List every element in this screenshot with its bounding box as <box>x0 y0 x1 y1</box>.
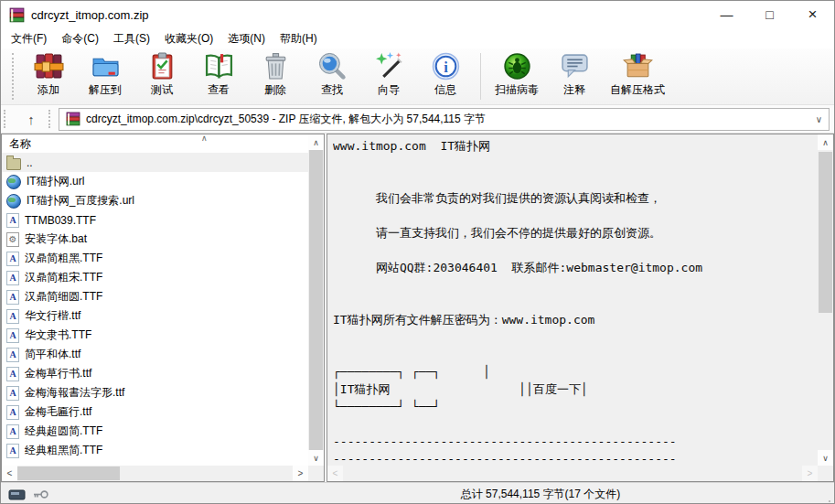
toolbar-button-delete[interactable]: 删除 <box>247 48 304 104</box>
resize-grip[interactable] <box>829 500 830 502</box>
toolbar-separator <box>480 53 481 100</box>
file-name: 安装字体.bat <box>25 231 87 247</box>
file-name: 汉鼎简粗宋.TTF <box>25 270 102 285</box>
column-header-label: 名称 <box>9 136 31 152</box>
file-name: .. <box>27 156 33 169</box>
font-icon: A <box>6 252 19 266</box>
file-name: 汉鼎简粗黑.TTF <box>25 251 102 266</box>
menu-options[interactable]: 选项(N) <box>222 28 274 49</box>
toolbar-label: 扫描病毒 <box>495 82 539 98</box>
font-icon: A <box>6 405 19 420</box>
list-item[interactable]: A华文隶书.TTF <box>2 326 308 345</box>
list-item[interactable]: IT猫扑网_百度搜索.url <box>2 191 308 210</box>
toolbar-label: 查找 <box>321 82 343 98</box>
list-item[interactable]: A汉鼎简细圆.TTF <box>2 287 308 306</box>
toolbar-label: 删除 <box>264 82 286 98</box>
toolbar-label: 注释 <box>563 82 585 98</box>
view-book-icon <box>204 51 234 81</box>
menu-favorites[interactable]: 收藏夹(O) <box>159 28 222 49</box>
toolbar-label: 查看 <box>208 82 230 98</box>
bat-icon: ⚙ <box>6 232 19 247</box>
file-name: 金梅草行书.ttf <box>25 366 91 381</box>
list-item[interactable]: A经典粗黑简.TTF <box>2 441 308 460</box>
menu-help[interactable]: 帮助(H) <box>274 28 327 49</box>
list-item[interactable]: ATTMB039.TTF <box>2 210 308 230</box>
scroll-left-icon[interactable]: < <box>2 466 17 481</box>
list-item[interactable]: A金梅毛匾行.ttf <box>2 402 308 422</box>
list-item[interactable]: A经典超圆简.TTF <box>2 422 308 441</box>
list-item[interactable]: IT猫扑网.url <box>2 172 308 191</box>
scroll-right-icon[interactable]: > <box>802 466 818 481</box>
info-icon: i <box>431 51 461 81</box>
minimize-button[interactable]: — <box>705 1 748 28</box>
key-icon[interactable] <box>32 488 49 500</box>
toolbar-label: 解压到 <box>89 82 122 98</box>
sfx-box-icon <box>623 51 653 81</box>
url-icon <box>6 175 21 189</box>
toolbar-button-wizard[interactable]: 向导 <box>360 48 417 104</box>
list-item[interactable]: A华文行楷.ttf <box>2 306 308 326</box>
font-icon: A <box>6 424 19 439</box>
archive-books-icon <box>66 112 80 126</box>
scroll-down-icon[interactable]: ∨ <box>308 450 324 466</box>
toolbar-button-sfx[interactable]: 自解压格式 <box>603 48 672 104</box>
scroll-up-icon[interactable]: ∧ <box>308 134 324 150</box>
list-item[interactable]: A简平和体.ttf <box>2 345 308 364</box>
scroll-down-icon[interactable]: ∨ <box>818 450 833 466</box>
toolbar-button-find[interactable]: 查找 <box>304 48 360 104</box>
comment-text: www.itmop.com IT猫扑网 我们会非常负责的对我们提供的资源认真阅读… <box>333 137 816 465</box>
list-item[interactable]: A金梅海報書法字形.ttf <box>2 383 308 402</box>
menu-file[interactable]: 文件(F) <box>5 28 56 49</box>
toolbar-button-test[interactable]: 测试 <box>134 48 190 104</box>
scrollbar-thumb[interactable] <box>309 150 323 450</box>
menu-commands[interactable]: 命令(C) <box>56 28 108 49</box>
column-header-name[interactable]: 名称 ∧ <box>2 134 324 153</box>
list-item[interactable]: .. <box>2 153 308 172</box>
font-icon: A <box>6 348 19 362</box>
toolbar-button-view[interactable]: 查看 <box>190 48 247 104</box>
comment-panel: www.itmop.com IT猫扑网 我们会非常负责的对我们提供的资源认真阅读… <box>327 134 834 482</box>
toolbar-button-comment[interactable]: 注释 <box>546 48 603 104</box>
close-button[interactable]: × <box>791 1 834 28</box>
scroll-left-icon[interactable]: < <box>327 466 343 481</box>
toolbar-button-info[interactable]: i 信息 <box>417 48 474 104</box>
file-name: 金梅毛匾行.ttf <box>25 404 91 420</box>
menu-bar: 文件(F) 命令(C) 工具(S) 收藏夹(O) 选项(N) 帮助(H) <box>1 28 834 48</box>
file-name: 汉鼎简细圆.TTF <box>25 289 102 305</box>
list-item[interactable]: A金梅草行书.ttf <box>2 364 308 383</box>
scroll-right-icon[interactable]: > <box>293 466 308 481</box>
file-name: IT猫扑网_百度搜索.url <box>27 193 134 209</box>
toolbar-label: 添加 <box>37 82 59 98</box>
file-name: IT猫扑网.url <box>27 174 84 189</box>
url-icon <box>6 194 21 209</box>
scrollbar-thumb[interactable] <box>819 152 832 313</box>
extract-folder-icon <box>91 51 121 81</box>
maximize-button[interactable]: □ <box>748 1 791 28</box>
disk-drive-icon[interactable] <box>8 488 27 501</box>
up-one-level-button[interactable] <box>14 112 48 127</box>
comment-vertical-scrollbar[interactable]: ∧ ∨ <box>818 134 833 466</box>
toolbar-label: 信息 <box>434 82 456 98</box>
scroll-up-icon[interactable]: ∧ <box>818 134 833 150</box>
chevron-down-icon[interactable]: ∨ <box>816 114 822 124</box>
file-list-vertical-scrollbar[interactable]: ∧ ∨ <box>308 134 324 466</box>
list-item[interactable]: A汉鼎简粗宋.TTF <box>2 268 308 287</box>
scrollbar-thumb[interactable] <box>17 466 120 480</box>
toolbar-button-add[interactable]: 添加 <box>20 48 77 104</box>
toolbar-button-scan-virus[interactable]: 扫描病毒 <box>487 48 546 104</box>
toolbar-button-extract-to[interactable]: 解压到 <box>77 48 134 104</box>
status-total-text: 总计 57,544,115 字节(17 个文件) <box>461 487 621 502</box>
font-icon: A <box>6 328 19 343</box>
scrollbar-corner <box>308 466 324 481</box>
test-clipboard-icon <box>147 51 177 81</box>
file-list-horizontal-scrollbar[interactable]: < > <box>2 466 308 481</box>
archive-path-text: cdrcyzt_itmop.com.zip\cdrcyzt_50539 - ZI… <box>86 112 486 127</box>
list-item[interactable]: ⚙安装字体.bat <box>2 230 308 249</box>
comment-horizontal-scrollbar[interactable]: < > <box>327 466 818 481</box>
font-icon: A <box>6 386 19 401</box>
file-name: TTMB039.TTF <box>25 214 96 227</box>
menu-tools[interactable]: 工具(S) <box>108 28 159 49</box>
archive-path-combobox[interactable]: cdrcyzt_itmop.com.zip\cdrcyzt_50539 - ZI… <box>59 108 830 131</box>
file-name: 华文隶书.TTF <box>25 327 91 343</box>
list-item[interactable]: A汉鼎简粗黑.TTF <box>2 249 308 268</box>
